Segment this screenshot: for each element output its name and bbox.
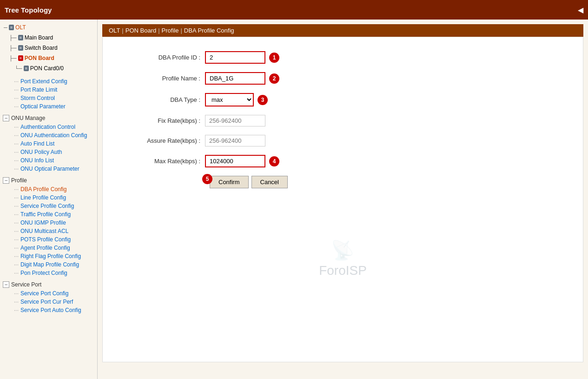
section-service-port[interactable]: − Service Port (0, 280, 97, 289)
breadcrumb-profile: Profile (162, 27, 179, 34)
tree-olt[interactable]: ─ ≡ OLT (0, 22, 97, 33)
switch-board-label: Switch Board (25, 45, 58, 51)
section-onu-manage-label: ONU Manage (11, 115, 45, 121)
confirm-button[interactable]: Confirm (210, 176, 249, 188)
label-dba-type: DBA Type : (112, 96, 205, 103)
menu-auth-control[interactable]: ···Authentication Control (0, 123, 97, 131)
label-dba-profile-id: DBA Profile ID : (112, 54, 205, 61)
menu-onu-optical-param[interactable]: ···ONU Optical Parameter (0, 165, 97, 173)
input-dba-profile-id[interactable] (205, 51, 265, 64)
top-header: Tree Topology ◀ (0, 0, 588, 20)
tree-main-board[interactable]: ├─ ≡ Main Board (0, 33, 97, 43)
minus-icon-onu-manage: − (3, 115, 9, 121)
breadcrumb-olt: OLT (109, 27, 120, 34)
label-max-rate: Max Rate(kbps) : (112, 158, 205, 165)
main-board-device-icon: ≡ (18, 35, 23, 40)
tree-pon-board[interactable]: ├─ ≡ PON Board (0, 53, 97, 63)
content-area: OLT | PON Board | Profile | DBA Profile … (98, 20, 588, 379)
main-board-label: Main Board (25, 34, 53, 41)
input-profile-name[interactable] (205, 72, 265, 85)
menu-digit-map-profile-config[interactable]: ···Digit Map Profile Config (0, 260, 97, 269)
collapse-button[interactable]: ◀ (578, 6, 583, 14)
olt-label: OLT (15, 24, 26, 31)
input-max-rate[interactable] (205, 155, 265, 167)
badge-4: 4 (269, 156, 279, 166)
label-fix-rate: Fix Rate(kbps) : (112, 117, 205, 124)
section-onu-manage[interactable]: − ONU Manage (0, 113, 97, 123)
switch-board-device-icon: ≡ (18, 45, 23, 51)
minus-icon-profile: − (3, 177, 9, 184)
menu-auto-find-list[interactable]: ···Auto Find List (0, 140, 97, 148)
form-row-buttons: 5 Confirm Cancel (112, 176, 574, 188)
form-row-dba-type: DBA Type : max fix assure best_effort 3 (112, 93, 574, 106)
confirm-wrapper: 5 Confirm Cancel (205, 176, 288, 188)
form-row-assure-rate: Assure Rate(kbps) : (112, 135, 574, 146)
form-row-profile-name: Profile Name : 2 (112, 72, 574, 85)
menu-service-port-config[interactable]: ···Service Port Config (0, 289, 97, 298)
menu-service-port-auto-config[interactable]: ···Service Port Auto Config (0, 306, 97, 314)
form-panel: DBA Profile ID : 1 Profile Name : 2 DBA … (102, 37, 583, 362)
minus-icon-service-port: − (3, 281, 9, 288)
tree-topology-title: Tree Topology (5, 6, 578, 14)
section-profile[interactable]: − Profile (0, 176, 97, 185)
input-assure-rate[interactable] (205, 135, 265, 146)
menu-service-port-cur-perf[interactable]: ···Service Port Cur Perf (0, 298, 97, 306)
menu-storm-control[interactable]: ···Storm Control (0, 94, 97, 102)
tree-switch-board[interactable]: ├─ ≡ Switch Board (0, 43, 97, 53)
breadcrumb: OLT | PON Board | Profile | DBA Profile … (102, 24, 583, 37)
menu-onu-igmp-profile[interactable]: ···ONU IGMP Profile (0, 219, 97, 227)
menu-onu-info-list[interactable]: ···ONU Info List (0, 156, 97, 165)
menu-onu-policy-auth[interactable]: ···ONU Policy Auth (0, 148, 97, 156)
watermark-text: ForoISP (319, 263, 367, 278)
watermark-icon: 📡 (319, 239, 367, 261)
sidebar: ─ ≡ OLT ├─ ≡ Main Board ├─ ≡ Switch Boar… (0, 20, 98, 379)
section-service-port-label: Service Port (11, 281, 41, 288)
menu-traffic-profile-config[interactable]: ···Traffic Profile Config (0, 210, 97, 219)
tree-pon-card[interactable]: └─ ≡ PON Card0/0 (0, 63, 97, 73)
menu-service-profile-config[interactable]: ···Service Profile Config (0, 202, 97, 210)
menu-pots-profile-config[interactable]: ···POTS Profile Config (0, 235, 97, 244)
menu-agent-profile-config[interactable]: ···Agent Profile Config (0, 244, 97, 252)
label-assure-rate: Assure Rate(kbps) : (112, 137, 205, 144)
badge-1: 1 (269, 53, 279, 63)
form-row-max-rate: Max Rate(kbps) : 4 (112, 155, 574, 167)
menu-pon-protect-config[interactable]: ···Pon Protect Config (0, 269, 97, 277)
badge-3: 3 (258, 95, 268, 105)
menu-dba-profile-config[interactable]: ···DBA Profile Config (0, 185, 97, 193)
menu-port-rate-limit[interactable]: ···Port Rate Limit (0, 86, 97, 94)
select-dba-type[interactable]: max fix assure best_effort (205, 93, 254, 106)
pon-card-device-icon: ≡ (24, 66, 29, 71)
breadcrumb-pon-board: PON Board (126, 27, 156, 34)
pon-board-device-icon: ≡ (18, 55, 23, 61)
form-row-fix-rate: Fix Rate(kbps) : (112, 115, 574, 126)
label-profile-name: Profile Name : (112, 75, 205, 82)
main-layout: ─ ≡ OLT ├─ ≡ Main Board ├─ ≡ Switch Boar… (0, 20, 588, 379)
menu-onu-auth-config[interactable]: ···ONU Authentication Config (0, 131, 97, 140)
menu-onu-multicast-acl[interactable]: ···ONU Multicast ACL (0, 227, 97, 235)
input-fix-rate[interactable] (205, 115, 265, 126)
olt-device-icon: ≡ (9, 25, 14, 30)
cancel-button[interactable]: Cancel (251, 176, 288, 188)
watermark: 📡 ForoISP (319, 239, 367, 278)
menu-line-profile-config[interactable]: ···Line Profile Config (0, 193, 97, 202)
pon-board-label: PON Board (25, 55, 54, 61)
breadcrumb-dba-profile-config: DBA Profile Config (184, 27, 234, 34)
menu-right-flag-profile-config[interactable]: ···Right Flag Profile Config (0, 252, 97, 260)
pon-card-label: PON Card0/0 (30, 65, 64, 72)
section-profile-label: Profile (11, 177, 27, 184)
menu-port-extend-config[interactable]: ···Port Extend Config (0, 77, 97, 86)
badge-2: 2 (269, 73, 279, 84)
menu-optical-parameter[interactable]: ···Optical Parameter (0, 102, 97, 111)
badge-5: 5 (202, 174, 212, 184)
form-row-dba-profile-id: DBA Profile ID : 1 (112, 51, 574, 64)
